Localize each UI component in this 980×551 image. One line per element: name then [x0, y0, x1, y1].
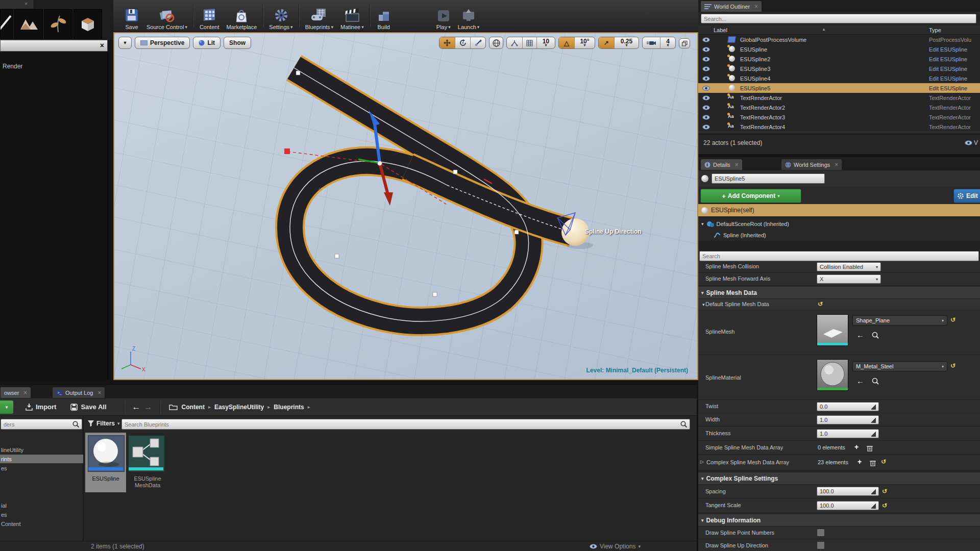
- edit-blueprint-link[interactable]: Edit ESUSpline: [929, 56, 980, 62]
- content-button[interactable]: Content: [196, 2, 223, 30]
- outliner-row[interactable]: ESUSpline3 Edit ESUSpline: [698, 64, 980, 73]
- details-tab[interactable]: i Details×: [700, 159, 743, 170]
- column-type[interactable]: Type: [929, 27, 941, 33]
- blueprints-button[interactable]: Blueprints▾: [302, 2, 337, 30]
- close-icon[interactable]: ×: [97, 389, 101, 396]
- reset-icon[interactable]: ↺: [950, 362, 955, 369]
- visibility-eye-icon[interactable]: [702, 95, 710, 101]
- use-selected-button[interactable]: ←: [856, 377, 864, 385]
- mode-tile-place[interactable]: [0, 9, 13, 39]
- edit-blueprint-link[interactable]: Edit ESUSpline: [929, 76, 980, 82]
- breadcrumb-content[interactable]: Content: [182, 404, 205, 411]
- rotation-snap-value-button[interactable]: 10°▾: [574, 37, 595, 48]
- mode-tile-geometry[interactable]: [74, 9, 102, 39]
- rotate-tool-button[interactable]: [455, 37, 470, 48]
- output-log-tab[interactable]: >_ Output Log×: [52, 387, 105, 398]
- asset-tile-esuspline[interactable]: ESUSpline: [85, 433, 126, 492]
- maximize-viewport-button[interactable]: [679, 38, 690, 48]
- rotation-snap-toggle[interactable]: △: [559, 37, 574, 48]
- asset-tile-esusplinemeshdata[interactable]: ESUSpline MeshData: [127, 433, 168, 492]
- mode-tile-foliage[interactable]: [44, 9, 72, 39]
- outliner-column-headers[interactable]: Label ▲ Type: [698, 26, 980, 35]
- build-button[interactable]: Build: [373, 2, 395, 30]
- spacing-input[interactable]: 100.0: [817, 487, 879, 496]
- visibility-eye-icon[interactable]: [702, 37, 710, 42]
- viewport[interactable]: ▼ Perspective Lit Show: [113, 32, 698, 380]
- settings-button[interactable]: Settings▾: [265, 2, 296, 30]
- edit-blueprint-link[interactable]: Edit ESUSpline: [929, 66, 980, 72]
- view-options-button[interactable]: View Options ▾: [590, 543, 641, 550]
- asset-search-input[interactable]: Search Blueprints: [121, 419, 690, 430]
- perspective-button[interactable]: Perspective: [135, 37, 190, 49]
- section-spline-mesh-data[interactable]: ▾Spline Mesh Data: [698, 287, 980, 299]
- close-icon[interactable]: ×: [100, 41, 104, 49]
- edit-blueprint-link[interactable]: Edit ESUSpline: [929, 46, 980, 53]
- source-control-button[interactable]: Source Control▾: [143, 2, 191, 30]
- visibility-eye-icon[interactable]: [702, 124, 710, 130]
- actor-name-field[interactable]: [712, 173, 825, 184]
- section-debug-information[interactable]: ▾Debug Information: [698, 514, 980, 527]
- component-row-spline[interactable]: Spline (Inherited): [698, 230, 980, 241]
- outliner-row[interactable]: ESUSpline4 Edit ESUSpline: [698, 73, 980, 83]
- add-element-button[interactable]: +: [854, 443, 859, 451]
- matinee-button[interactable]: Matinee▾: [337, 2, 368, 30]
- world-settings-tab[interactable]: World Settings×: [781, 159, 842, 170]
- save-all-button[interactable]: Save All: [70, 403, 106, 411]
- forward-axis-dropdown[interactable]: X▾: [817, 274, 881, 284]
- collapsed-panel-bar[interactable]: ×: [0, 40, 108, 52]
- expander-icon[interactable]: ▷: [700, 459, 704, 464]
- reset-icon[interactable]: ↺: [882, 488, 887, 495]
- add-component-button[interactable]: + Add Component ▾: [700, 189, 801, 203]
- reset-icon[interactable]: ↺: [882, 502, 887, 509]
- marketplace-button[interactable]: Marketplace: [223, 2, 260, 30]
- lit-mode-button[interactable]: Lit: [193, 37, 220, 49]
- outliner-row[interactable]: Aa TextRenderActor2 TextRenderActor: [698, 103, 980, 112]
- details-search-input[interactable]: [699, 251, 979, 261]
- visibility-eye-icon[interactable]: [702, 66, 710, 71]
- folder-item[interactable]: ial: [0, 501, 83, 510]
- move-tool-button[interactable]: [439, 37, 455, 48]
- prop-row-default-mesh-data[interactable]: ▾ Default Spline Mesh Data ↺: [698, 299, 980, 310]
- folder-item[interactable]: Content: [0, 519, 83, 528]
- viewport-scene[interactable]: [114, 33, 697, 379]
- tangent-scale-input[interactable]: 100.0: [817, 501, 879, 510]
- draw-up-direction-checkbox[interactable]: [817, 541, 825, 549]
- back-button[interactable]: ←: [132, 402, 141, 412]
- visibility-eye-icon[interactable]: [702, 86, 710, 91]
- reset-icon[interactable]: ↺: [818, 300, 823, 308]
- browse-icon[interactable]: [872, 332, 879, 339]
- folder-search-input[interactable]: ders: [1, 419, 82, 430]
- launch-button[interactable]: Launch▾: [454, 2, 483, 30]
- modes-tab[interactable]: ×: [0, 0, 34, 9]
- close-icon[interactable]: ×: [23, 389, 27, 396]
- breadcrumb-blueprints[interactable]: Blueprints: [274, 404, 304, 411]
- outliner-row[interactable]: Aa TextRenderActor TextRenderActor: [698, 93, 980, 103]
- play-button[interactable]: Play▾: [433, 2, 454, 30]
- component-self-row[interactable]: ESUSpline(self): [698, 204, 980, 216]
- browse-icon[interactable]: [872, 378, 879, 385]
- trash-icon[interactable]: [870, 460, 876, 466]
- visibility-eye-icon[interactable]: [702, 115, 710, 120]
- use-selected-button[interactable]: ←: [856, 331, 864, 339]
- visibility-eye-icon[interactable]: [702, 105, 710, 110]
- outliner-row[interactable]: ESUSpline Edit ESUSpline: [698, 44, 980, 54]
- spline-mesh-thumbnail[interactable]: [817, 314, 848, 346]
- breadcrumb-easysplineutility[interactable]: EasySplineUtility: [214, 404, 264, 411]
- grid-snap-toggle[interactable]: [522, 37, 536, 48]
- spline-material-thumbnail[interactable]: [817, 359, 848, 391]
- spline-material-dropdown[interactable]: M_Metal_Steel▾: [852, 361, 947, 371]
- edit-blueprint-link[interactable]: Edit ESUSpline: [929, 85, 980, 91]
- visibility-eye-icon[interactable]: [702, 76, 710, 81]
- close-icon[interactable]: ×: [24, 1, 28, 7]
- mode-tile-landscape[interactable]: [14, 9, 43, 39]
- collision-dropdown[interactable]: Collision Enabled▾: [817, 262, 881, 271]
- camera-speed-button[interactable]: [643, 37, 660, 48]
- surface-snap-button[interactable]: [507, 37, 522, 48]
- folder-item[interactable]: lineUtility: [0, 445, 83, 454]
- outliner-search-input[interactable]: [701, 14, 976, 23]
- twist-input[interactable]: 0.0: [817, 402, 879, 411]
- world-outliner-tab[interactable]: World Outliner ×: [700, 1, 762, 12]
- scale-tool-button[interactable]: [470, 37, 485, 48]
- close-icon[interactable]: ×: [835, 161, 838, 168]
- draw-point-numbers-checkbox[interactable]: [817, 529, 825, 537]
